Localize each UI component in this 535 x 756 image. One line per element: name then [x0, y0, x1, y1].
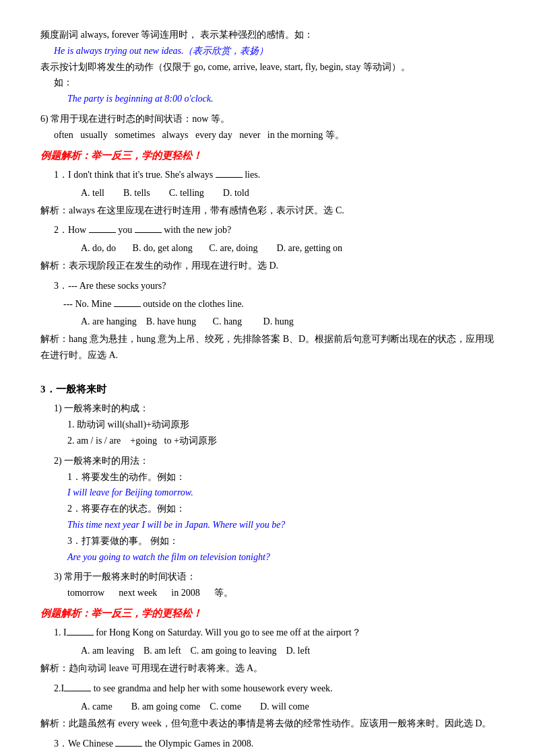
fquestion1: 1. I for Hong Kong on Saturday. Will you… — [40, 625, 495, 676]
s3-sub3: 3) 常用于一般将来时的时间状语： — [54, 569, 495, 585]
fq1-options: A. am leaving B. am left C. am going to … — [81, 643, 495, 659]
s3-sub2: 2) 一般将来时的用法： — [54, 453, 495, 469]
q1-options: A. tell B. tells C. telling D. told — [81, 185, 495, 201]
intro-line2: 表示按计划即将发生的动作（仅限于 go, come, arrive, leave… — [40, 59, 495, 75]
fq2-text: 2.I to see grandma and help her with som… — [54, 681, 495, 697]
fquestion2: 2.I to see grandma and help her with som… — [40, 681, 495, 732]
intro-example2: The party is beginning at 8:00 o'clock. — [67, 91, 495, 107]
intro-line1: 频度副词 always, forever 等词连用时， 表示某种强烈的感情。如： — [40, 27, 495, 43]
q3-text2: --- No. Mine outside on the clothes line… — [54, 296, 495, 312]
q1-analysis: 解析：always 在这里应现在进行时连用，带有感情色彩，表示讨厌。选 C. — [40, 203, 495, 219]
q3-text1: 3．--- Are these socks yours? — [54, 278, 495, 294]
q2-options: A. do, do B. do, get along C. are, doing… — [81, 240, 495, 256]
q1-blank — [216, 177, 243, 178]
fq1-analysis: 解析：趋向动词 leave 可用现在进行时表将来。选 A。 — [40, 660, 495, 677]
example-title2: 例题解析：举一反三，学的更轻松！ — [40, 605, 495, 623]
page-content: 频度副词 always, forever 等词连用时， 表示某种强烈的感情。如：… — [40, 27, 495, 756]
question3: 3．--- Are these socks yours? --- No. Min… — [40, 278, 495, 364]
q2-blank1 — [89, 232, 116, 233]
s3-use2-ex: This time next year I will be in Japan. … — [67, 517, 495, 533]
q3-options: A. are hanging B. have hung C. hang D. h… — [81, 314, 495, 330]
fq1-blank — [67, 635, 94, 635]
s3-use2-title: 2．将要存在的状态。例如： — [67, 501, 495, 517]
s3-use3-title: 3．打算要做的事。 例如： — [67, 533, 495, 549]
usage6-words: often usually sometimes always every day… — [54, 127, 495, 143]
usage6-title: 6) 常用于现在进行时态的时间状语：now 等。 — [40, 111, 495, 127]
q3-blank — [114, 306, 141, 307]
fq3-text: 3．We Chinese the Olympic Games in 2008. — [54, 736, 495, 752]
q2-text: 2．How you with the new job? — [54, 222, 495, 238]
q1-text: 1．I don't think that it's true. She's al… — [54, 167, 495, 183]
s3-timewords: 3) 常用于一般将来时的时间状语： tomorrow next week in … — [40, 569, 495, 601]
fq2-analysis: 解析：此题虽然有 every week，但句意中表达的事情是将去做的经常性动作。… — [40, 716, 495, 732]
s3-sub1: 1) 一般将来时的构成： — [54, 401, 495, 417]
fq1-text: 1. I for Hong Kong on Saturday. Will you… — [54, 625, 495, 641]
fquestion3: 3．We Chinese the Olympic Games in 2008. … — [40, 736, 495, 756]
usage6-section: 6) 常用于现在进行时态的时间状语：now 等。 often usually s… — [40, 111, 495, 143]
s3-construct: 1) 一般将来时的构成： 1. 助动词 will(shall)+动词原形 2. … — [40, 401, 495, 448]
s3-use1-title: 1．将要发生的动作。例如： — [67, 469, 495, 485]
s3-use3-ex: Are you going to watch the film on telev… — [67, 549, 495, 565]
question2: 2．How you with the new job? A. do, do B.… — [40, 222, 495, 273]
intro-example1: He is always trying out new ideas.（表示欣赏，… — [54, 43, 495, 59]
s3-time-list: tomorrow next week in 2008 等。 — [67, 585, 495, 601]
section3-title: 3．一般将来时 — [40, 381, 495, 399]
q2-analysis: 解析：表示现阶段正在发生的动作，用现在进行时。选 D. — [40, 258, 495, 274]
q3-analysis: 解析：hang 意为悬挂，hung 意为上吊、绞死，先排除答案 B、D。根据前后… — [40, 331, 495, 364]
s3-form2: 2. am / is / are +going to +动词原形 — [67, 433, 495, 449]
fq2-blank — [64, 691, 91, 691]
fq3-blank — [115, 746, 142, 747]
s3-form1: 1. 助动词 will(shall)+动词原形 — [67, 417, 495, 433]
fq2-options: A. came B. am going come C. come D. will… — [81, 699, 495, 715]
q2-blank2 — [135, 232, 162, 233]
s3-usage: 2) 一般将来时的用法： 1．将要发生的动作。例如： I will leave … — [40, 453, 495, 565]
intro-line3: 如： — [54, 75, 495, 91]
question1: 1．I don't think that it's true. She's al… — [40, 167, 495, 218]
example-title1: 例题解析：举一反三，学的更轻松！ — [40, 147, 495, 165]
s3-use1-ex: I will leave for Beijing tomorrow. — [67, 485, 495, 501]
intro-section: 频度副词 always, forever 等词连用时， 表示某种强烈的感情。如：… — [40, 27, 495, 107]
